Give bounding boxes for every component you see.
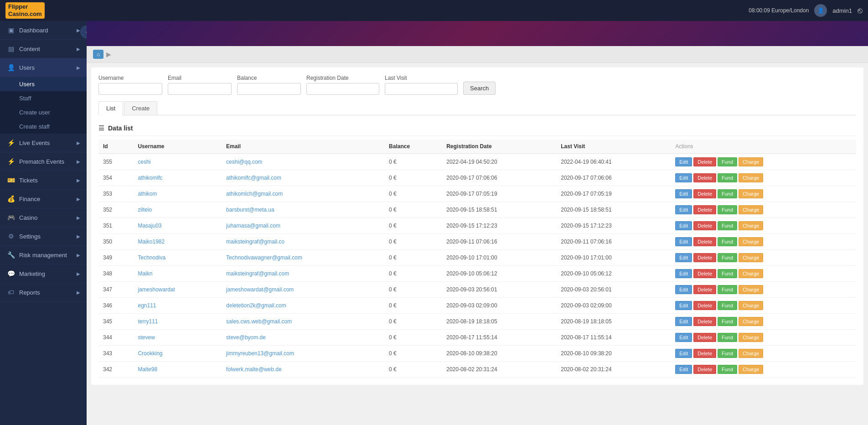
cell-email[interactable]: athikomlch@gmail.com [222,186,384,202]
sidebar-subitem-create-user[interactable]: Create user [0,105,87,119]
sidebar-item-marketing[interactable]: 💬 Marketing ▶ [0,264,87,283]
charge-button[interactable]: Charge [739,333,763,342]
last-visit-input[interactable] [385,83,458,95]
cell-email[interactable]: jameshowardat@gmail.com [222,282,384,298]
username-input[interactable] [98,83,162,95]
sidebar-item-reports[interactable]: 🏷 Reports ▶ [0,283,87,302]
sidebar-item-live-events[interactable]: ⚡ Live Events ▶ [0,134,87,152]
cell-email[interactable]: Technodivawagner@gmail.com [222,250,384,266]
delete-button[interactable]: Delete [693,365,716,374]
tab-create[interactable]: Create [124,101,157,115]
charge-button[interactable]: Charge [739,237,763,246]
sidebar-item-risk-management[interactable]: 🔧 Risk management ▶ [0,246,87,264]
cell-username[interactable]: athikomlfc [133,170,222,186]
cell-email[interactable]: deletetion2k@gmail.com [222,298,384,314]
charge-button[interactable]: Charge [739,205,763,214]
edit-button[interactable]: Edit [675,221,692,230]
charge-button[interactable]: Charge [739,253,763,262]
charge-button[interactable]: Charge [739,173,763,182]
edit-button[interactable]: Edit [675,301,692,310]
sidebar-subitem-staff[interactable]: Staff [0,91,87,105]
cell-username[interactable]: ziltelo [133,202,222,218]
charge-button[interactable]: Charge [739,365,763,374]
sidebar-item-content[interactable]: ▤ Content ▶ [0,40,87,58]
charge-button[interactable]: Charge [739,221,763,230]
cell-username[interactable]: Technodiva [133,250,222,266]
delete-button[interactable]: Delete [693,205,716,214]
cell-email[interactable]: jimmyreuben13@gmail.com [222,346,384,362]
cell-email[interactable]: juhamasa@gmail.com [222,218,384,234]
sidebar-item-users[interactable]: 👤 Users ▶ [0,58,87,77]
cell-username[interactable]: Masaju03 [133,218,222,234]
edit-button[interactable]: Edit [675,317,692,326]
logout-icon[interactable]: ⎋ [858,6,863,16]
cell-username[interactable]: terry111 [133,314,222,330]
edit-button[interactable]: Edit [675,285,692,294]
delete-button[interactable]: Delete [693,189,716,198]
charge-button[interactable]: Charge [739,157,763,166]
edit-button[interactable]: Edit [675,269,692,278]
sidebar-item-prematch-events[interactable]: ⚡ Prematch Events ▶ [0,152,87,171]
fund-button[interactable]: Fund [718,333,737,342]
cell-username[interactable]: Crookking [133,346,222,362]
fund-button[interactable]: Fund [718,205,737,214]
delete-button[interactable]: Delete [693,333,716,342]
cell-username[interactable]: egn111 [133,298,222,314]
charge-button[interactable]: Charge [739,301,763,310]
delete-button[interactable]: Delete [693,301,716,310]
charge-button[interactable]: Charge [739,269,763,278]
edit-button[interactable]: Edit [675,173,692,182]
delete-button[interactable]: Delete [693,221,716,230]
delete-button[interactable]: Delete [693,253,716,262]
sidebar-item-dashboard[interactable]: ▣ Dashboard ▶ [0,21,87,40]
edit-button[interactable]: Edit [675,253,692,262]
fund-button[interactable]: Fund [718,269,737,278]
cell-username[interactable]: ceshi [133,154,222,170]
sidebar-item-finance[interactable]: 💰 Finance ▶ [0,190,87,208]
edit-button[interactable]: Edit [675,205,692,214]
delete-button[interactable]: Delete [693,173,716,182]
cell-email[interactable]: athikomlfc@gmail.com [222,170,384,186]
sidebar-subitem-create-staff[interactable]: Create staff [0,119,87,134]
edit-button[interactable]: Edit [675,333,692,342]
edit-button[interactable]: Edit [675,157,692,166]
charge-button[interactable]: Charge [739,317,763,326]
tab-list[interactable]: List [98,101,123,115]
cell-username[interactable]: athikom [133,186,222,202]
fund-button[interactable]: Fund [718,173,737,182]
fund-button[interactable]: Fund [718,157,737,166]
charge-button[interactable]: Charge [739,349,763,358]
fund-button[interactable]: Fund [718,317,737,326]
fund-button[interactable]: Fund [718,301,737,310]
balance-input[interactable] [237,83,301,95]
cell-username[interactable]: stevew [133,330,222,346]
edit-button[interactable]: Edit [675,189,692,198]
sidebar-subitem-users[interactable]: Users [0,77,87,91]
cell-email[interactable]: maiksteingraf@gmail.com [222,266,384,282]
fund-button[interactable]: Fund [718,253,737,262]
fund-button[interactable]: Fund [718,237,737,246]
edit-button[interactable]: Edit [675,237,692,246]
cell-username[interactable]: Malte98 [133,362,222,378]
delete-button[interactable]: Delete [693,237,716,246]
fund-button[interactable]: Fund [718,189,737,198]
reg-date-input[interactable] [306,83,379,95]
cell-email[interactable]: ceshi@qq.com [222,154,384,170]
fund-button[interactable]: Fund [718,285,737,294]
delete-button[interactable]: Delete [693,349,716,358]
delete-button[interactable]: Delete [693,269,716,278]
edit-button[interactable]: Edit [675,349,692,358]
fund-button[interactable]: Fund [718,349,737,358]
search-button[interactable]: Search [463,82,496,95]
email-input[interactable] [168,83,232,95]
fund-button[interactable]: Fund [718,365,737,374]
charge-button[interactable]: Charge [739,189,763,198]
sidebar-item-casino[interactable]: 🎮 Casino ▶ [0,208,87,227]
delete-button[interactable]: Delete [693,317,716,326]
delete-button[interactable]: Delete [693,157,716,166]
sidebar-item-settings[interactable]: ⚙ Settings ▶ [0,227,87,246]
cell-email[interactable]: barsburst@meta.ua [222,202,384,218]
cell-email[interactable]: folwerk.malte@web.de [222,362,384,378]
cell-username[interactable]: Maiko1982 [133,234,222,250]
charge-button[interactable]: Charge [739,285,763,294]
